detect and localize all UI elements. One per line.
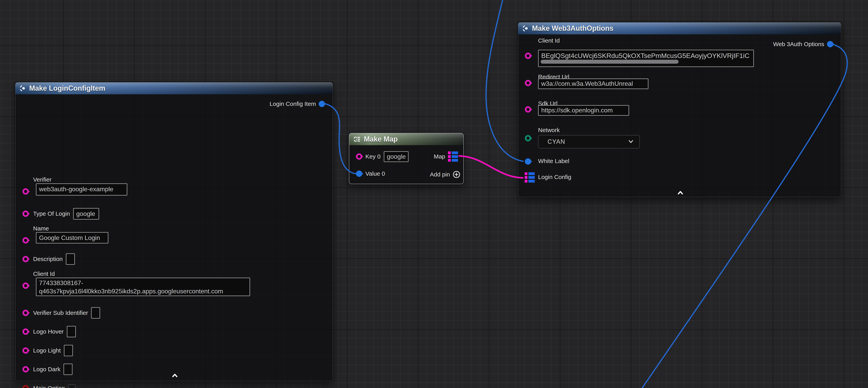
- pin-label-verifier-sub-identifier: Verifier Sub Identifier: [33, 309, 88, 316]
- logo-dark-input[interactable]: [63, 363, 72, 375]
- node-title: Make LoginConfigItem: [29, 84, 105, 92]
- key-0-input[interactable]: google: [384, 151, 409, 162]
- wire-top-to-whitelabel[interactable]: [486, 0, 523, 161]
- pin-label-login-config-item: Login Config Item: [270, 100, 316, 107]
- pin-label-client-id: Client Id: [538, 37, 560, 44]
- pin-label-logo-light: Logo Light: [33, 347, 61, 354]
- row-value-0: Value 0: [365, 168, 385, 179]
- node-header[interactable]: Make LoginConfigItem: [16, 82, 333, 95]
- make-struct-icon: [522, 25, 529, 32]
- output-row-login-config-item: Login Config Item: [270, 98, 327, 110]
- verifier-sub-identifier-input[interactable]: [91, 307, 100, 319]
- pin-verifier-sub-identifier[interactable]: [23, 310, 29, 316]
- row-main-option: Main Option: [33, 383, 76, 388]
- node-make-web3authoptions[interactable]: Make Web3AuthOptions Client Id BEglQSgt4…: [518, 22, 841, 197]
- collapse-chevron-icon[interactable]: [676, 190, 685, 195]
- network-selected-value: CYAN: [548, 138, 565, 145]
- pin-key-0[interactable]: [356, 153, 362, 160]
- redirect-url-input[interactable]: w3a://com.w3a.Web3AuthUnreal: [538, 79, 648, 89]
- pin-logo-light[interactable]: [23, 348, 29, 354]
- row-logo-dark: Logo Dark: [33, 364, 72, 375]
- client-id-input[interactable]: 774338308167-q463s7kpvja16l4l0kko3nb925i…: [36, 277, 250, 296]
- pin-name[interactable]: [23, 237, 29, 243]
- pin-label-description: Description: [33, 256, 63, 262]
- pin-label-verifier: Verifier: [33, 176, 52, 183]
- node-make-loginconfigitem[interactable]: Make LoginConfigItem Verifier web3auth-g…: [15, 82, 333, 381]
- pin-label-logo-dark: Logo Dark: [33, 366, 60, 372]
- main-option-checkbox[interactable]: [68, 384, 76, 388]
- client-id-scrollbar[interactable]: [540, 60, 679, 64]
- pin-verifier[interactable]: [23, 188, 29, 195]
- pin-login-config[interactable]: [525, 172, 535, 183]
- collapse-chevron-icon[interactable]: [170, 373, 179, 378]
- pin-logo-hover[interactable]: [23, 328, 29, 335]
- logo-hover-input[interactable]: [67, 326, 76, 337]
- node-make-map[interactable]: Make Map Key 0 google Map Value 0 Add pi…: [349, 133, 464, 184]
- make-struct-icon: [19, 85, 26, 92]
- client-id-input[interactable]: BEglQSgt4cUWcj6SKRdu5QkOXTsePmMcusG5EAoy…: [538, 50, 754, 67]
- pin-label-name: Name: [33, 225, 49, 232]
- sdk-url-input[interactable]: https://sdk.openlogin.com: [538, 105, 629, 116]
- logo-light-input[interactable]: [64, 345, 73, 356]
- client-id-text: BEglQSgt4cUWcj6SKRdu5QkOXTsePmMcusG5EAoy…: [541, 52, 749, 59]
- pin-white-label[interactable]: [525, 158, 531, 165]
- pin-client-id[interactable]: [23, 282, 29, 289]
- pin-label-white-label: White Label: [538, 158, 569, 165]
- pin-type-of-login[interactable]: [23, 211, 29, 217]
- row-description: Description: [33, 253, 75, 265]
- description-input[interactable]: [66, 253, 75, 265]
- pin-client-id[interactable]: [525, 53, 531, 59]
- pin-label-type-of-login: Type Of Login: [33, 210, 70, 217]
- pin-logo-dark[interactable]: [23, 366, 29, 372]
- chevron-down-icon: [627, 140, 634, 144]
- pin-label-network: Network: [538, 127, 560, 133]
- type-of-login-input[interactable]: google: [73, 208, 99, 220]
- node-header[interactable]: Make Web3AuthOptions: [518, 23, 841, 35]
- pin-value-0[interactable]: [356, 171, 362, 177]
- add-pin-row[interactable]: Add pin: [430, 169, 460, 180]
- row-logo-light: Logo Light: [33, 345, 73, 356]
- row-logo-hover: Logo Hover: [33, 326, 76, 337]
- name-input[interactable]: Google Custom Login: [36, 232, 108, 243]
- pin-network[interactable]: [525, 135, 531, 141]
- verifier-input[interactable]: web3auth-google-example: [36, 183, 127, 196]
- pin-map-output[interactable]: [448, 151, 458, 162]
- make-map-icon: [353, 136, 361, 143]
- node-title: Make Map: [364, 135, 398, 143]
- pin-label-value-0: Value 0: [365, 170, 385, 177]
- node-title: Make Web3AuthOptions: [532, 24, 613, 33]
- row-type-of-login: Type Of Login google: [33, 208, 99, 219]
- add-pin-label: Add pin: [430, 171, 450, 178]
- add-pin-icon[interactable]: [453, 171, 460, 178]
- row-key-0: Key 0 google: [365, 151, 409, 162]
- pin-label-client-id: Client Id: [33, 270, 55, 277]
- pin-redirect-url[interactable]: [525, 80, 531, 86]
- pin-label-logo-hover: Logo Hover: [33, 328, 64, 335]
- pin-label-key-0: Key 0: [365, 153, 380, 160]
- output-row-map: Map: [434, 151, 458, 162]
- pin-label-main-option: Main Option: [33, 385, 65, 388]
- output-row-web3auth-options: Web 3Auth Options: [773, 39, 835, 50]
- pin-label-web3auth-options: Web 3Auth Options: [773, 41, 824, 48]
- pin-main-option[interactable]: [23, 385, 29, 388]
- node-header[interactable]: Make Map: [349, 133, 463, 146]
- pin-label-map: Map: [434, 153, 445, 160]
- pin-label-login-config: Login Config: [538, 174, 571, 180]
- network-dropdown[interactable]: CYAN: [538, 135, 640, 148]
- row-verifier-sub-identifier: Verifier Sub Identifier: [33, 307, 100, 319]
- pin-description[interactable]: [23, 256, 29, 262]
- wire-map-to-loginconfig[interactable]: [459, 156, 523, 178]
- pin-sdk-url[interactable]: [525, 106, 531, 113]
